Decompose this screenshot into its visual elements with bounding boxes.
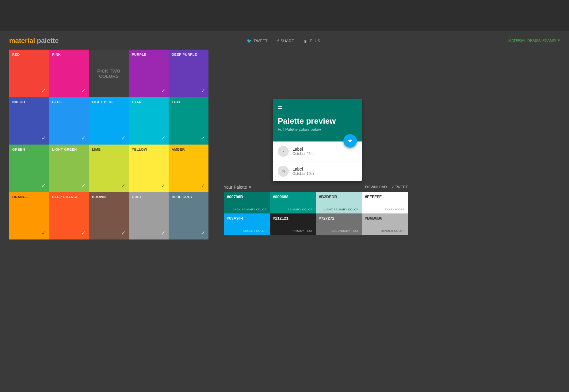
swatch-primary-text[interactable]: #212121 PRIMARY TEXT	[270, 213, 316, 235]
chevron-down-icon	[249, 185, 251, 190]
preview-header: ☰ ⋮ Palette preview Full Palette colors …	[273, 99, 362, 141]
star-icon: ★	[348, 138, 353, 144]
preview-section: ☰ ⋮ Palette preview Full Palette colors …	[273, 99, 362, 181]
color-green[interactable]: GREEN ✓	[9, 145, 49, 192]
preview-title: Palette preview	[278, 116, 357, 126]
list-item: ◷ Label October 19th	[273, 161, 362, 181]
list-item-label: Label	[292, 167, 314, 172]
color-cyan[interactable]: CYAN ✓	[129, 97, 169, 145]
fb-icon	[277, 39, 279, 43]
folder-icon: ▪	[278, 146, 289, 157]
color-lime[interactable]: LIME ✓	[89, 145, 129, 192]
color-brown[interactable]: BROWN ✓	[89, 192, 129, 239]
header-actions: TWEET SHARE PLUS	[244, 37, 323, 44]
tweet-share-icon	[392, 185, 394, 189]
swatch-secondary-text[interactable]: #727272 SECONDARY TEXT	[316, 213, 362, 235]
list-item-date: October 21st	[292, 152, 314, 156]
color-teal[interactable]: TEAL ✓	[169, 97, 208, 145]
swatch-dark-primary[interactable]: #00796B DARK PRIMARY COLOR	[224, 192, 270, 213]
color-grey[interactable]: GREY ✓	[129, 192, 169, 239]
color-purple[interactable]: PURPLE ✓	[129, 50, 169, 97]
color-yellow[interactable]: YELLOW ✓	[129, 145, 169, 192]
dots-icon[interactable]: ⋮	[351, 104, 357, 110]
download-icon	[362, 185, 364, 189]
pick-two-placeholder: PICK TWO COLORS	[89, 50, 129, 97]
color-red[interactable]: RED ✓	[9, 50, 49, 97]
swatch-light-primary[interactable]: #B2DFDB LIGHT PRIMARY COLOR	[316, 192, 362, 213]
logo-palette: palette	[37, 37, 59, 44]
swatch-primary[interactable]: #009688 PRIMARY COLOR	[270, 192, 316, 213]
swatch-text-icons[interactable]: #FFFFFF TEXT / ICONS	[362, 192, 408, 213]
plus-button[interactable]: PLUS	[302, 37, 323, 44]
color-amber[interactable]: AMBER ✓	[169, 145, 208, 192]
palette-actions: DOWNLOAD TWEET	[362, 185, 408, 189]
tweet-button[interactable]: TWEET	[244, 37, 270, 44]
download-button[interactable]: DOWNLOAD	[362, 185, 387, 189]
gplus-icon	[304, 39, 308, 43]
color-light-green[interactable]: LIGHT GREEN ✓	[49, 145, 89, 192]
color-orange[interactable]: ORANGE ✓	[9, 192, 49, 239]
color-blue[interactable]: BLUE ✓	[49, 97, 89, 145]
bottom-palette: Your Palette DOWNLOAD TWEET #00796B	[224, 185, 408, 235]
palette-header: Your Palette DOWNLOAD TWEET	[224, 185, 408, 190]
share-button[interactable]: SHARE	[275, 37, 297, 44]
your-palette-label[interactable]: Your Palette	[224, 185, 251, 190]
color-blue-grey[interactable]: BLUE GREY ✓	[169, 192, 208, 239]
preview-fab[interactable]: ★	[343, 134, 357, 148]
preview-header-icons: ☰ ⋮	[278, 104, 357, 110]
hamburger-icon[interactable]: ☰	[278, 104, 283, 110]
app-logo: material palette	[9, 37, 59, 45]
swatch-accent[interactable]: #03A9F4 ACCENT COLOR	[224, 213, 270, 235]
color-deep-purple[interactable]: DEEP PURPLE ✓	[169, 50, 208, 97]
color-pink[interactable]: PINK ✓	[49, 50, 89, 97]
color-light-blue[interactable]: LIGHT BLUE ✓	[89, 97, 129, 145]
color-deep-orange[interactable]: DEEP ORANGE ✓	[49, 192, 89, 239]
list-item-date: October 19th	[292, 172, 314, 176]
color-row-1: RED ✓ PINK ✓ PICK TWO COLORS PURPLE ✓ DE…	[9, 50, 560, 97]
color-indigo[interactable]: INDIGO ✓	[9, 97, 49, 145]
swatch-divider[interactable]: #B6B6B6 DIVIDER COLOR	[362, 213, 408, 235]
logo-material: material	[9, 37, 35, 44]
palette-preview-card: ☰ ⋮ Palette preview Full Palette colors …	[273, 99, 362, 181]
tweet-icon	[247, 39, 252, 43]
material-design-link[interactable]: MATERIAL DESIGN EXAMPLE	[508, 39, 560, 43]
palette-swatches: #00796B DARK PRIMARY COLOR #009688 PRIMA…	[224, 192, 408, 235]
list-item-label: Label	[292, 147, 314, 152]
preview-subtitle: Full Palette colors below	[278, 127, 357, 132]
palette-tweet-button[interactable]: TWEET	[392, 185, 408, 189]
clock-icon: ◷	[278, 166, 289, 177]
